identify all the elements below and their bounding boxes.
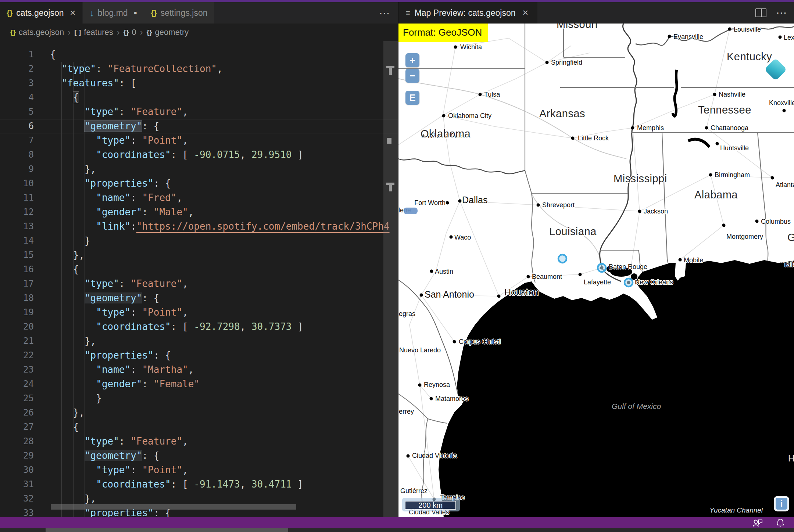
line-number: 21 [0,334,34,348]
code-line-2[interactable]: 2 "type": "FeatureCollection", [0,62,398,76]
breadcrumb-item-geometry[interactable]: geometry [155,28,189,37]
code-line-21[interactable]: 21 }, [0,334,398,348]
code-line-26[interactable]: 26 }, [0,406,398,420]
city-label: Little Rock [578,134,609,142]
vertical-scrollbar[interactable] [383,41,398,517]
code-line-6[interactable]: 6 "geometry": { [0,119,398,133]
geojson-point-marker[interactable] [558,255,566,263]
city-label: Oklahoma City [448,112,491,119]
city-label: Birmingham [715,171,750,179]
tab-label: blog.md [98,8,128,18]
city-dot [420,294,423,297]
city-dot [771,176,774,180]
object-symbol-icon: {} [147,28,152,36]
state-label: Alabama [694,189,738,201]
line-number: 26 [0,406,34,420]
city-dot [527,275,530,278]
code-line-19[interactable]: 19 "type": "Point", [0,305,398,320]
city-label: Austin [435,268,453,275]
tab-blog-md[interactable]: ↓ blog.md ● [83,2,144,24]
city-label: Lexington [784,34,794,41]
edit-button[interactable]: E [405,91,419,105]
breadcrumb-item-file[interactable]: cats.geojson [19,28,64,37]
notifications-bell-icon[interactable] [776,518,785,528]
code-line-5[interactable]: 5 "type": "Feature", [0,105,398,119]
scroll-decoration [389,185,392,191]
city-label: Louisville [734,26,761,33]
city-dot [479,93,482,96]
breadcrumb-item-features[interactable]: features [84,28,113,37]
attribution-info-button[interactable]: i [774,496,789,511]
city-label: egras [399,310,415,317]
code-line-22[interactable]: 22 "properties": { [0,348,398,363]
code-line-8[interactable]: 8 "coordinates": [ -90.0715, 29.9510 ] [0,148,398,162]
city-label: Tallahassee [783,261,794,268]
line-number: 23 [0,363,34,377]
code-line-17[interactable]: 17 "type": "Feature", [0,277,398,291]
split-editor-icon[interactable] [755,8,766,17]
city-label: Tulsa [484,91,500,98]
state-label: G [787,231,794,243]
line-number: 6 [0,119,34,133]
code-line-24[interactable]: 24 "gender": "Female" [0,377,398,391]
horizontal-scrollbar[interactable] [51,504,296,510]
code-line-14[interactable]: 14 } [0,234,398,248]
code-line-3[interactable]: 3 "features": [ [0,76,398,90]
line-number: 5 [0,105,34,119]
line-number: 24 [0,377,34,391]
code-line-4[interactable]: 4 { [0,90,398,105]
code-line-9[interactable]: 9 }, [0,162,398,176]
geojson-point-marker[interactable] [625,278,633,287]
close-tab-icon[interactable]: ✕ [70,8,76,17]
code-line-10[interactable]: 10 "properties": { [0,176,398,191]
close-icon[interactable]: ✕ [522,8,529,17]
code-editor[interactable]: 1{2 "type": "FeatureCollection",3 "featu… [0,41,398,517]
code-line-12[interactable]: 12 "gender": "Male", [0,205,398,219]
modified-dot-icon[interactable]: ● [134,10,137,16]
tab-cats-geojson[interactable]: {} cats.geojson ✕ [0,2,83,24]
feedback-icon[interactable] [752,518,763,527]
zoom-in-button[interactable]: + [405,53,419,67]
line-number: 1 [0,47,34,62]
code-line-18[interactable]: 18 "geometry": { [0,291,398,305]
water-label: Gulf of Mexico [612,402,661,410]
line-number: 30 [0,463,34,477]
city-label: Waco [454,234,471,241]
code-line-29[interactable]: 29 "geometry": { [0,449,398,463]
code-line-27[interactable]: 27 { [0,420,398,434]
code-line-31[interactable]: 31 "coordinates": [ -91.1473, 30.4711 ] [0,477,398,492]
geojson-point-marker[interactable] [598,264,606,272]
code-line-25[interactable]: 25 } [0,391,398,406]
city-label: Springfield [551,59,582,66]
tab-settings-json[interactable]: {} settings.json [144,2,214,24]
water-label: Yucatan Channel [709,506,763,514]
code-line-23[interactable]: 23 "name": "Martha", [0,363,398,377]
code-line-16[interactable]: 16 { [0,262,398,277]
map-canvas[interactable]: WichitaSpringfieldLouisvilleEvansvilleLe… [398,24,794,517]
code-line-11[interactable]: 11 "name": "Fred", [0,191,398,205]
line-number: 22 [0,348,34,363]
code-line-28[interactable]: 28 "type": "Feature", [0,434,398,449]
city-dot [407,454,410,458]
code-line-7[interactable]: 7 "type": "Point", [0,133,398,148]
panel-more-actions-icon[interactable]: ⋯ [776,9,787,17]
line-number: 20 [0,320,34,334]
code-line-15[interactable]: 15 }, [0,248,398,262]
city-label: Jackson [644,208,668,215]
city-dot [418,384,422,387]
line-number: 28 [0,434,34,449]
editor-more-actions-icon[interactable]: ⋯ [371,2,398,24]
code-line-13[interactable]: 13 "link":"https://open.spotify.com/embe… [0,219,398,234]
bottom-edge [0,528,794,532]
zoom-out-button[interactable]: − [405,69,419,83]
tab-map-preview[interactable]: ≡ Map Preview: cats.geojson ✕ [398,2,537,24]
city-dot [453,340,456,344]
code-line-1[interactable]: 1{ [0,47,398,62]
city-dot [713,93,716,96]
city-label: Lafayette [584,278,611,286]
breadcrumb-item-0[interactable]: 0 [132,28,136,37]
line-number: 14 [0,234,34,248]
code-line-20[interactable]: 20 "coordinates": [ -92.7298, 30.7373 ] [0,320,398,334]
code-line-30[interactable]: 30 "type": "Point", [0,463,398,477]
line-number: 18 [0,291,34,305]
